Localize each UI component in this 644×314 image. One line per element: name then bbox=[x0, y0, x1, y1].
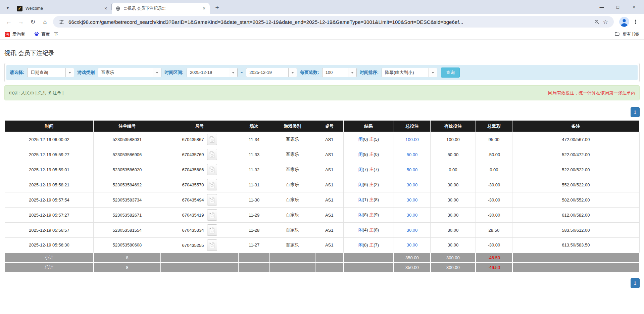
sum-empty-cell bbox=[512, 263, 639, 272]
all-bookmarks-label: 所有书签 bbox=[623, 32, 639, 37]
total-bet-link[interactable]: 30.00 bbox=[407, 197, 418, 203]
tab-welcome[interactable]: Welcome × bbox=[13, 3, 111, 14]
column-header: 场次 bbox=[238, 121, 270, 132]
total-bet-link[interactable]: 50.00 bbox=[407, 152, 418, 157]
result-player-count: (7) bbox=[363, 167, 369, 172]
browser-menu-icon[interactable]: ⋮ bbox=[631, 17, 640, 27]
cell-bet-time: 2025-12-19 05:56:57 bbox=[5, 223, 94, 238]
bookmark-baidu[interactable]: 百度一下 bbox=[34, 31, 58, 38]
tab-bet-records[interactable]: :::视讯 会员下注纪录::: × bbox=[112, 3, 210, 14]
baidu-paw-icon bbox=[34, 31, 39, 38]
welcome-favicon-icon bbox=[17, 6, 22, 11]
round-number: 670435867 bbox=[182, 137, 204, 142]
video-replay-button[interactable] bbox=[207, 149, 217, 160]
page-button-1[interactable]: 1 bbox=[631, 107, 640, 117]
zoom-out-icon[interactable] bbox=[592, 17, 601, 26]
maximize-button[interactable]: □ bbox=[610, 0, 626, 14]
tab-close-icon[interactable]: × bbox=[103, 5, 109, 11]
game-kind-select[interactable]: 百家乐 bbox=[98, 68, 161, 77]
url-text[interactable]: 66cxkj98.com/game/betrecord_search/kind3… bbox=[68, 19, 590, 25]
close-window-button[interactable]: × bbox=[626, 0, 642, 14]
reload-button[interactable]: ↻ bbox=[27, 16, 39, 28]
total-bet-link[interactable]: 30.00 bbox=[407, 228, 418, 233]
sort-select[interactable]: 降幕(由大到小) bbox=[382, 68, 437, 77]
cell-remark: 583.50/612.00 bbox=[512, 223, 639, 238]
date-range-label: 时间区间: bbox=[164, 70, 183, 76]
chevron-down-icon[interactable] bbox=[229, 68, 237, 77]
game-kind-value: 百家乐 bbox=[98, 68, 153, 77]
cell-game-kind: 百家乐 bbox=[270, 223, 315, 238]
cell-remark: 522.00/472.00 bbox=[512, 147, 639, 162]
pagination-top: 1 bbox=[4, 107, 640, 117]
new-tab-button[interactable]: + bbox=[212, 3, 222, 12]
cell-table-no: AS1 bbox=[315, 147, 344, 162]
back-button[interactable]: ← bbox=[3, 16, 15, 28]
cell-payout: -30.00 bbox=[476, 208, 512, 223]
tab-title: :::视讯 会员下注纪录::: bbox=[124, 6, 198, 11]
column-header: 局号 bbox=[161, 121, 238, 132]
total-bet-link[interactable]: 30.00 bbox=[407, 213, 418, 218]
tab-search-chevron-icon[interactable]: ▾ bbox=[3, 3, 12, 13]
result-player-label: 闲 bbox=[358, 137, 363, 142]
all-bookmarks[interactable]: 所有书签 bbox=[609, 31, 639, 38]
cell-total-bet: 30.00 bbox=[394, 238, 431, 253]
cell-result: 闲(8) 庄(7) bbox=[344, 238, 394, 253]
search-button[interactable]: 查询 bbox=[441, 68, 460, 78]
video-replay-button[interactable] bbox=[207, 224, 217, 236]
chevron-down-icon[interactable] bbox=[153, 68, 161, 77]
chevron-down-icon[interactable] bbox=[288, 68, 297, 77]
video-replay-button[interactable] bbox=[207, 179, 217, 190]
minimize-button[interactable]: — bbox=[594, 0, 610, 14]
per-page-select[interactable]: 100 bbox=[322, 68, 357, 77]
date-start-value: 2025-12-19 bbox=[187, 68, 229, 77]
date-end-picker[interactable]: 2025-12-19 bbox=[246, 68, 297, 77]
total-bet-link[interactable]: 50.00 bbox=[407, 167, 418, 172]
total-bet-link[interactable]: 100.00 bbox=[405, 137, 419, 142]
result-banker-label: 庄 bbox=[369, 197, 374, 202]
video-replay-button[interactable] bbox=[207, 239, 217, 251]
site-settings-icon[interactable] bbox=[57, 17, 66, 26]
cell-bet-id: 523053584692 bbox=[94, 177, 161, 192]
table-row: 2025-12-19 05:59:27523053586906670435769… bbox=[5, 147, 639, 162]
cell-game-kind: 百家乐 bbox=[270, 177, 315, 192]
cell-remark: 613.50/583.50 bbox=[512, 238, 639, 253]
cell-result: 闲(4) 庄(8) bbox=[344, 223, 394, 238]
video-replay-button[interactable] bbox=[207, 194, 217, 206]
tab-close-icon[interactable]: × bbox=[201, 5, 207, 11]
cell-bet-time: 2025-12-19 05:57:54 bbox=[5, 192, 94, 208]
chevron-down-icon[interactable] bbox=[348, 68, 356, 77]
bookmark-star-icon[interactable]: ☆ bbox=[601, 17, 610, 26]
video-replay-button[interactable] bbox=[207, 164, 217, 175]
sum-empty-cell bbox=[315, 263, 344, 272]
forward-button[interactable]: → bbox=[15, 16, 27, 28]
cell-result: 闲(8) 庄(9) bbox=[344, 208, 394, 223]
cell-remark: 552.00/522.00 bbox=[512, 177, 639, 192]
summary-bar: 币别 : 人民币 | 总共 :8 注单 | 同局有效投注，统一计算在该局第一张注… bbox=[4, 85, 640, 100]
profile-avatar[interactable] bbox=[619, 17, 629, 27]
address-bar[interactable]: 66cxkj98.com/game/betrecord_search/kind3… bbox=[53, 16, 614, 28]
cell-table-no: AS1 bbox=[315, 238, 344, 253]
cell-session: 11-28 bbox=[238, 223, 270, 238]
cell-table-no: AS1 bbox=[315, 177, 344, 192]
chevron-down-icon[interactable] bbox=[429, 68, 437, 77]
cell-bet-id: 523053583734 bbox=[94, 192, 161, 208]
cell-remark: 472.00/567.00 bbox=[512, 132, 639, 147]
chevron-down-icon[interactable] bbox=[65, 68, 74, 77]
total-bet-link[interactable]: 30.00 bbox=[407, 182, 418, 187]
page-button-1[interactable]: 1 bbox=[631, 278, 640, 288]
cell-valid-bet: 30.00 bbox=[431, 177, 476, 192]
bookmark-aitaobao[interactable]: 淘 爱淘宝 bbox=[5, 32, 25, 37]
cell-round-id: 670435769 bbox=[161, 147, 238, 162]
cell-valid-bet: 100.00 bbox=[431, 132, 476, 147]
query-type-select[interactable]: 日期查询 bbox=[27, 68, 74, 77]
sum-empty-cell bbox=[238, 253, 270, 263]
video-replay-button[interactable] bbox=[207, 209, 217, 221]
cell-valid-bet: 30.00 bbox=[431, 223, 476, 238]
video-replay-button[interactable] bbox=[207, 134, 217, 145]
result-banker-label: 庄 bbox=[369, 137, 374, 142]
home-button[interactable]: ⌂ bbox=[39, 16, 51, 28]
result-player-count: (0) bbox=[363, 137, 369, 142]
result-banker-label: 庄 bbox=[369, 212, 374, 217]
total-bet-link[interactable]: 30.00 bbox=[407, 242, 418, 248]
date-start-picker[interactable]: 2025-12-19 bbox=[187, 68, 238, 77]
